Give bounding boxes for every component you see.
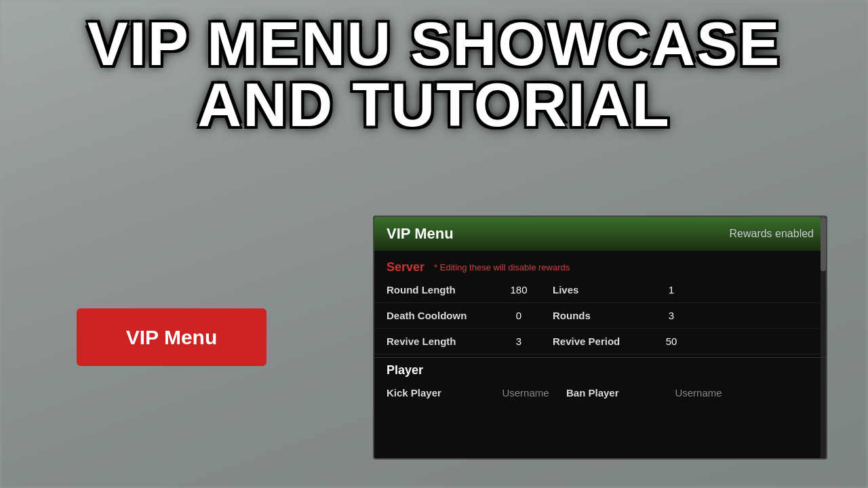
kick-player-label: Kick Player [387, 387, 492, 399]
server-section-subtitle: * Editing these will disable rewards [434, 262, 570, 272]
title-line2: AND TUTORIAL [0, 75, 868, 136]
death-cooldown-label: Death Cooldown [387, 310, 492, 321]
row-kick-ban: Kick Player Username Ban Player Username [374, 380, 826, 405]
vip-button-label: VIP Menu [126, 326, 217, 349]
section-divider [374, 357, 826, 358]
revive-length-label: Revive Length [387, 336, 492, 347]
panel-header: VIP Menu Rewards enabled [374, 217, 826, 251]
lives-label: Lives [553, 284, 651, 296]
rounds-value: 3 [651, 310, 692, 321]
lives-value: 1 [651, 284, 692, 296]
revive-length-value: 3 [492, 336, 546, 347]
rounds-label: Rounds [553, 310, 651, 321]
player-section-title: Player [387, 363, 423, 378]
title-line1: VIP MENU SHOWCASE [0, 14, 868, 75]
player-section-header: Player [374, 361, 826, 380]
revive-period-value: 50 [651, 336, 692, 347]
vip-panel: VIP Menu Rewards enabled Server * Editin… [373, 216, 827, 460]
server-section-header: Server * Editing these will disable rewa… [374, 258, 826, 277]
rewards-status: Rewards enabled [729, 228, 814, 240]
kick-player-value: Username [492, 387, 559, 399]
title-area: VIP MENU SHOWCASE AND TUTORIAL [0, 14, 868, 136]
round-length-label: Round Length [387, 284, 492, 296]
vip-menu-button[interactable]: VIP Menu [77, 308, 267, 366]
panel-title: VIP Menu [387, 225, 454, 243]
panel-body: Server * Editing these will disable rewa… [374, 251, 826, 412]
round-length-value: 180 [492, 284, 546, 296]
row-round-length: Round Length 180 Lives 1 [374, 277, 826, 303]
row-death-cooldown: Death Cooldown 0 Rounds 3 [374, 303, 826, 329]
ban-player-value: Username [665, 387, 732, 399]
ban-player-label: Ban Player [566, 387, 665, 399]
row-revive-length: Revive Length 3 Revive Period 50 [374, 329, 826, 354]
main-title: VIP MENU SHOWCASE AND TUTORIAL [0, 14, 868, 136]
death-cooldown-value: 0 [492, 310, 546, 321]
server-section-title: Server [387, 260, 425, 274]
revive-period-label: Revive Period [553, 336, 651, 347]
